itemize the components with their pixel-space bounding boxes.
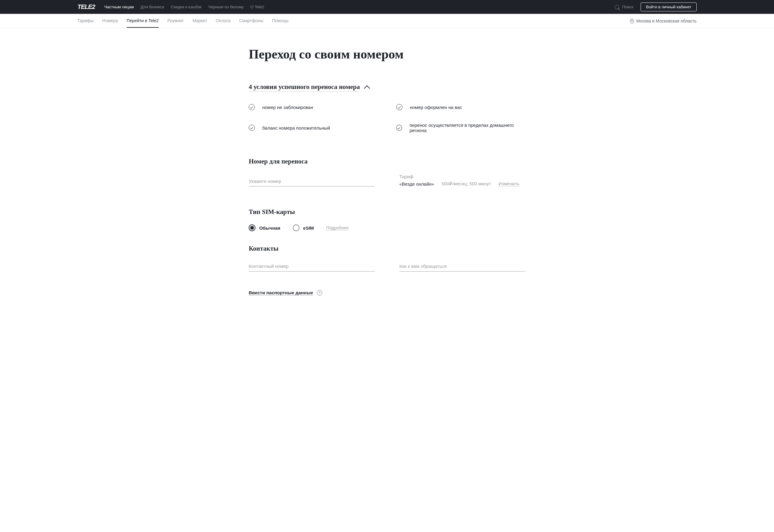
top-nav-discounts[interactable]: Скидки и кэшбэк <box>171 5 202 9</box>
condition-text: номер не заблокирован <box>262 105 313 110</box>
phone-number-input[interactable] <box>249 176 375 187</box>
check-circle-icon <box>249 104 255 110</box>
sim-label: eSIM <box>303 225 314 231</box>
search-icon <box>615 5 619 9</box>
nav-market[interactable]: Маркет <box>192 14 207 28</box>
sim-option-regular[interactable]: Обычная <box>249 224 280 231</box>
location-pin-icon <box>630 18 634 23</box>
page-title: Переход со своим номером <box>249 47 525 62</box>
esim-more-link[interactable]: Подробнее <box>326 225 349 231</box>
conditions-toggle[interactable]: 4 условия успешного переноса номера <box>249 83 525 92</box>
tariff-block: Тариф «Везде онлайн» 500₽/месяц; 500 мин… <box>399 174 525 187</box>
condition-text: перенос осуществляется в пределах домашн… <box>409 123 525 133</box>
login-button[interactable]: Войти в личный кабинет <box>641 2 696 11</box>
check-circle-icon <box>249 125 255 131</box>
check-circle-icon <box>396 125 402 131</box>
sim-option-esim[interactable]: eSIM <box>293 224 314 231</box>
conditions-list: номер не заблокирован номер оформлен на … <box>249 104 525 133</box>
top-nav-black-white[interactable]: Черным по белому <box>208 5 244 9</box>
help-icon[interactable]: ? <box>317 290 322 296</box>
condition-item: номер оформлен на вас <box>396 104 525 110</box>
passport-data-link[interactable]: Ввести паспортные данные <box>249 290 313 296</box>
nav-switch-to-tele2[interactable]: Перейти в Tele2 <box>127 14 159 28</box>
condition-text: номер оформлен на вас <box>410 105 462 110</box>
condition-text: баланс номера положительный <box>262 125 330 131</box>
contact-phone-input[interactable] <box>249 261 375 272</box>
nav-smartphones[interactable]: Смартфоны <box>239 14 264 28</box>
condition-item: перенос осуществляется в пределах домашн… <box>396 123 525 133</box>
contacts-heading: Контакты <box>249 245 525 252</box>
search-button[interactable]: Поиск <box>615 5 633 9</box>
nav-help[interactable]: Помощь <box>272 14 289 28</box>
sim-label: Обычная <box>259 225 280 231</box>
top-nav-private[interactable]: Частным лицам <box>104 5 134 9</box>
nav-numbers[interactable]: Номера <box>102 14 118 28</box>
change-tariff-link[interactable]: Изменить <box>498 181 519 187</box>
main-nav: Тарифы Номера Перейти в Tele2 Роуминг Ма… <box>77 14 630 28</box>
tariff-price: 500₽/месяц; 500 минут <box>441 181 491 187</box>
nav-roaming[interactable]: Роуминг <box>167 14 183 28</box>
condition-item: номер не заблокирован <box>249 104 378 110</box>
condition-item: баланс номера положительный <box>249 123 378 133</box>
number-heading: Номер для переноса <box>249 158 525 165</box>
top-nav: Частным лицам Для бизнеса Скидки и кэшбэ… <box>104 5 615 9</box>
radio-icon <box>249 224 256 231</box>
nav-payment[interactable]: Оплата <box>216 14 231 28</box>
conditions-title: 4 условия успешного переноса номера <box>249 83 360 92</box>
tariff-label: Тариф <box>399 174 525 179</box>
check-circle-icon <box>396 104 402 110</box>
contact-name-input[interactable] <box>399 261 525 272</box>
region-selector[interactable]: Москва и Московская область <box>630 18 697 23</box>
top-nav-about[interactable]: О Tele2 <box>251 5 264 9</box>
top-nav-business[interactable]: Для бизнеса <box>140 5 164 9</box>
nav-tariffs[interactable]: Тарифы <box>77 14 94 28</box>
sim-heading: Тип SIM-карты <box>249 208 525 216</box>
tariff-name: «Везде онлайн» <box>399 181 434 187</box>
radio-icon <box>293 224 300 231</box>
chevron-up-icon <box>364 85 370 91</box>
region-label: Москва и Московская область <box>636 18 697 23</box>
logo[interactable]: TELE2 <box>77 3 95 10</box>
search-label: Поиск <box>622 5 633 9</box>
